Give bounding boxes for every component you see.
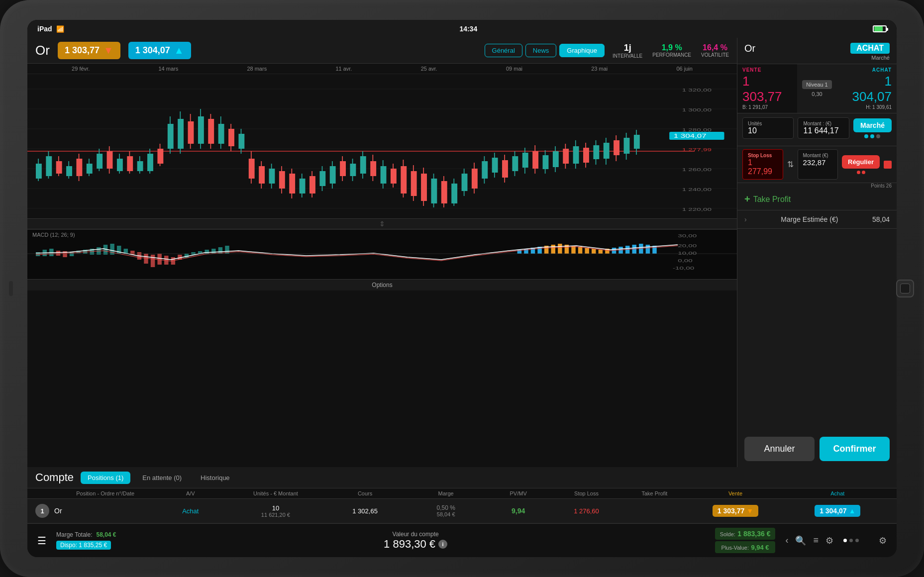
confirmer-button[interactable]: Confirmer	[820, 437, 890, 461]
solde-value: 1 883,36 €	[737, 530, 770, 538]
pv-label: Plus-Value:	[721, 545, 749, 551]
dot-3	[876, 134, 880, 138]
table-row[interactable]: 1 Or Achat 10 11 621,20 € 1 302,65 0,50 …	[27, 499, 897, 523]
gear-icon[interactable]: ⚙	[825, 535, 833, 546]
th-vente: Vente	[684, 490, 786, 496]
chart-resize-handle[interactable]: ⇕	[27, 218, 737, 229]
svg-rect-177	[592, 249, 596, 254]
unites-field[interactable]: Unités 10	[742, 117, 794, 139]
dot-page-2	[849, 539, 853, 542]
svg-text:1 260,00: 1 260,00	[682, 167, 712, 172]
svg-rect-8	[36, 164, 42, 179]
svg-rect-66	[330, 166, 336, 184]
row-achat-pill[interactable]: 1 304,07 ▲	[815, 505, 860, 517]
montant-label: Montant : (€)	[803, 121, 843, 126]
list-icon[interactable]: ≡	[813, 535, 819, 546]
ipad-side-button[interactable]	[9, 281, 13, 296]
tab-en-attente[interactable]: En attente (0)	[135, 472, 189, 484]
take-profit-button[interactable]: + Take Profit	[744, 193, 791, 205]
svg-rect-106	[532, 151, 538, 169]
info-icon[interactable]: i	[438, 540, 447, 549]
marche-button[interactable]: Marché	[853, 118, 892, 132]
dot-1	[864, 134, 868, 138]
th-av: A/V	[156, 490, 224, 496]
date-5: 25 avr.	[421, 66, 437, 72]
compte-value: 1 893,30 €	[384, 538, 435, 551]
row-marge: 0,50 % 58,04 €	[404, 504, 489, 517]
pv-row: Plus-Value: 9,94 €	[715, 541, 776, 553]
row-vente-arrow: ▼	[746, 507, 753, 515]
th-sl: Stop Loss	[548, 490, 625, 496]
sell-price-value: 1 303,77	[65, 45, 100, 56]
montant-sl-field[interactable]: Montant (€) 232,87	[798, 149, 838, 180]
montant-value: 11 644,17	[803, 126, 843, 135]
positions-table: Position - Ordre n°/Date A/V Unités - € …	[27, 488, 897, 523]
marche-control: Marché	[853, 118, 892, 138]
back-icon[interactable]: ‹	[785, 535, 788, 546]
regulier-button[interactable]: Régulier	[842, 155, 880, 169]
svg-rect-156	[164, 256, 168, 265]
marge-row[interactable]: › Marge Estimée (€) 58,04	[737, 210, 897, 229]
svg-rect-160	[191, 252, 195, 255]
chevron-right-icon: ›	[744, 215, 747, 223]
th-marge: Marge	[404, 490, 489, 496]
svg-rect-172	[558, 244, 562, 254]
search-icon[interactable]: 🔍	[795, 535, 806, 546]
svg-rect-148	[110, 244, 114, 255]
svg-rect-171	[551, 245, 555, 254]
tab-graphique[interactable]: Graphique	[559, 44, 605, 57]
tab-historique[interactable]: Historique	[194, 472, 237, 484]
svg-text:0,00: 0,00	[678, 258, 693, 263]
row-marge-eur: 58,04 €	[404, 511, 489, 517]
svg-rect-175	[578, 247, 582, 254]
tab-news[interactable]: News	[525, 44, 557, 57]
wifi-icon: 📶	[56, 25, 64, 33]
trading-panel-header: Or ACHAT Marché	[737, 38, 897, 64]
dot-page-1	[843, 539, 847, 542]
row-achat: 1 304,07 ▲	[787, 505, 889, 517]
chart-tabs: Général News Graphique	[485, 44, 605, 57]
date-1: 29 févr.	[72, 66, 90, 72]
pv-value: 9,94 €	[751, 544, 769, 551]
date-4: 11 avr.	[335, 66, 352, 72]
vente-col: VENTE 1 303,77 B: 1 291,07	[737, 64, 797, 113]
stop-loss-field[interactable]: Stop Loss 1 277,99	[742, 149, 783, 180]
buy-price-pill[interactable]: 1 304,07 ▲	[128, 42, 191, 59]
montant-field[interactable]: Montant : (€) 11 644,17	[798, 117, 849, 139]
red-dot-2	[862, 171, 865, 174]
menu-icon[interactable]: ☰	[37, 535, 46, 547]
interval-value: 1j	[613, 43, 642, 53]
tab-general[interactable]: Général	[485, 44, 522, 57]
settings-icon[interactable]: ⚙	[879, 535, 887, 546]
annuler-button[interactable]: Annuler	[744, 437, 815, 461]
svg-text:20,00: 20,00	[678, 243, 697, 248]
plus-icon: +	[744, 193, 750, 205]
vente-label: VENTE	[742, 67, 792, 73]
chart-info: 1j INTERVALLE 1,9 % PERFORMANCE 16,4 % V…	[613, 43, 729, 59]
red-square-icon[interactable]	[884, 161, 892, 169]
buy-price-value: 1 304,07	[135, 45, 170, 56]
bid-ask-row: VENTE 1 303,77 B: 1 291,07 Niveau 1 0,30…	[737, 64, 897, 113]
stop-loss-row: Stop Loss 1 277,99 ⇅ Montant (€) 232,87 …	[737, 146, 897, 183]
svg-rect-16	[76, 159, 82, 176]
compte-label: Valeur du compte	[126, 531, 705, 538]
row-sl: 1 276,60	[548, 507, 625, 515]
candlestick-chart[interactable]: 1 304,07 1 320,00 1 300,00 1 280,00 1 27…	[27, 74, 737, 218]
status-left: iPad 📶	[37, 25, 64, 33]
row-vente-pill[interactable]: 1 303,77 ▼	[713, 505, 758, 517]
svg-rect-178	[599, 250, 603, 254]
solde-row: Solde: 1 883,36 €	[715, 528, 776, 540]
bid-sub: B: 1 291,07	[742, 104, 792, 110]
options-button[interactable]: Options	[27, 279, 737, 290]
tab-positions[interactable]: Positions (1)	[81, 472, 130, 484]
dot-2	[870, 134, 874, 138]
sell-price-pill[interactable]: 1 303,77 ▼	[58, 42, 120, 59]
footer: ☰ Marge Totale: 58,04 € Dispo: 1 835,25 …	[27, 523, 897, 557]
th-units: Unités - € Montant	[224, 490, 326, 496]
trading-marche-label: Marché	[850, 55, 890, 61]
svg-rect-163	[211, 249, 215, 254]
th-cours: Cours	[327, 490, 404, 496]
ipad-home-button[interactable]	[896, 280, 914, 297]
svg-text:1 300,00: 1 300,00	[682, 107, 712, 112]
red-dot-1	[857, 171, 860, 174]
